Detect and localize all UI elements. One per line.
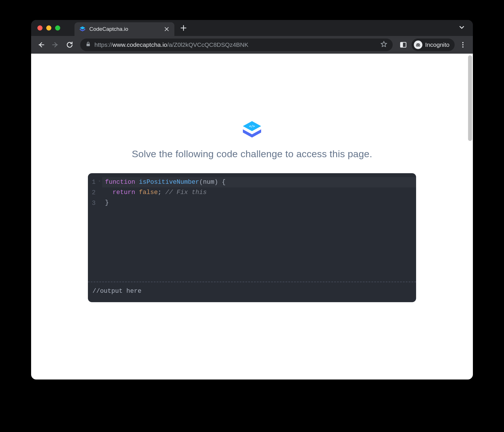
tab-title: CodeCaptcha.io bbox=[89, 26, 160, 32]
tab-favicon-icon bbox=[79, 26, 86, 33]
svg-rect-4 bbox=[400, 42, 403, 47]
window-close-button[interactable] bbox=[37, 25, 43, 31]
panel-toggle-icon[interactable] bbox=[397, 39, 409, 51]
incognito-icon bbox=[414, 41, 422, 49]
incognito-label: Incognito bbox=[425, 41, 449, 48]
code-editor[interactable]: 1˅ 2 3 function isPositiveNumber(num) { … bbox=[88, 173, 416, 282]
new-tab-button[interactable] bbox=[178, 22, 189, 34]
page-content: </> Solve the following code challenge t… bbox=[31, 54, 473, 379]
window-controls bbox=[37, 25, 60, 31]
scrollbar[interactable] bbox=[468, 55, 472, 141]
code-line[interactable]: function isPositiveNumber(num) { bbox=[102, 177, 416, 187]
browser-window: CodeCaptcha.io https://www.code bbox=[31, 20, 473, 379]
site-logo-icon: </> bbox=[241, 119, 263, 142]
svg-point-5 bbox=[416, 45, 418, 46]
code-line[interactable]: } bbox=[105, 198, 416, 208]
bookmark-star-icon[interactable] bbox=[380, 41, 388, 49]
svg-point-7 bbox=[462, 42, 463, 43]
tab-bar: CodeCaptcha.io bbox=[31, 20, 473, 36]
svg-text:</>: </> bbox=[249, 124, 255, 128]
svg-point-6 bbox=[418, 45, 420, 46]
reload-button[interactable] bbox=[64, 39, 76, 51]
kebab-menu-button[interactable] bbox=[457, 39, 469, 51]
output-area: //output here bbox=[88, 282, 416, 302]
forward-button[interactable] bbox=[49, 39, 61, 51]
tab-close-button[interactable] bbox=[164, 26, 170, 32]
url-text: https://www.codecaptcha.io/a/Z0l2kQVCcQC… bbox=[94, 41, 377, 48]
code-line[interactable]: return false; // Fix this bbox=[105, 187, 416, 198]
svg-point-9 bbox=[462, 46, 463, 47]
browser-tab[interactable]: CodeCaptcha.io bbox=[74, 22, 174, 36]
window-zoom-button[interactable] bbox=[55, 25, 60, 31]
tab-overflow-button[interactable] bbox=[458, 24, 465, 32]
challenge-prompt: Solve the following code challenge to ac… bbox=[132, 148, 372, 160]
svg-marker-0 bbox=[80, 26, 85, 29]
fold-marker-icon[interactable]: ˅ bbox=[96, 177, 100, 188]
back-button[interactable] bbox=[35, 39, 47, 51]
browser-toolbar: https://www.codecaptcha.io/a/Z0l2kQVCcQC… bbox=[31, 36, 473, 54]
lock-icon bbox=[85, 41, 91, 49]
code-lines[interactable]: function isPositiveNumber(num) { return … bbox=[102, 177, 416, 278]
window-minimize-button[interactable] bbox=[46, 25, 51, 31]
address-bar[interactable]: https://www.codecaptcha.io/a/Z0l2kQVCcQC… bbox=[80, 39, 393, 51]
code-editor-panel: 1˅ 2 3 function isPositiveNumber(num) { … bbox=[88, 173, 416, 302]
page-viewport: </> Solve the following code challenge t… bbox=[31, 54, 473, 379]
svg-point-8 bbox=[462, 44, 463, 45]
incognito-indicator[interactable]: Incognito bbox=[412, 39, 455, 51]
line-number-gutter: 1˅ 2 3 bbox=[88, 177, 102, 278]
svg-rect-2 bbox=[86, 44, 90, 46]
